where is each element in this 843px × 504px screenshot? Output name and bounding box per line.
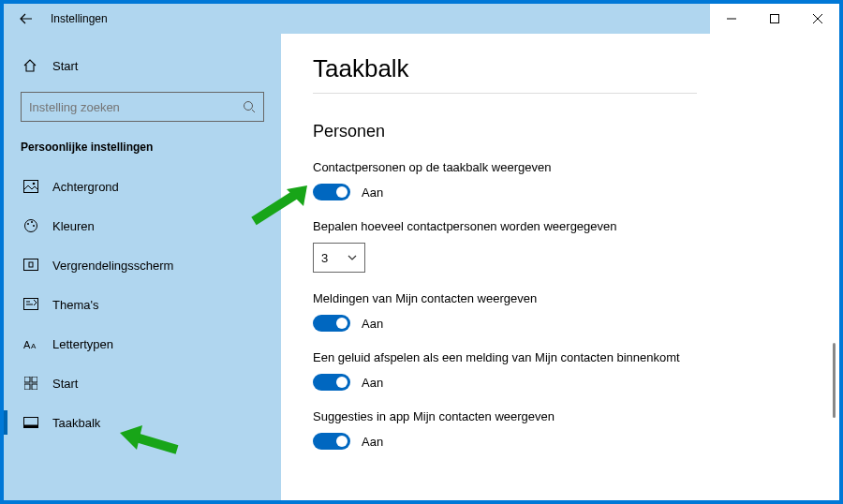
toggle-state: Aan bbox=[362, 376, 383, 390]
toggle-state: Aan bbox=[362, 317, 383, 331]
svg-point-4 bbox=[25, 220, 37, 232]
svg-rect-9 bbox=[29, 262, 33, 267]
toggle-geluid[interactable] bbox=[313, 374, 350, 391]
home-label: Start bbox=[52, 59, 78, 73]
svg-rect-8 bbox=[24, 259, 38, 271]
svg-point-5 bbox=[27, 223, 29, 225]
nav-item-lettertypen[interactable]: AA Lettertypen bbox=[4, 324, 281, 363]
home-button[interactable]: Start bbox=[4, 52, 281, 79]
chevron-down-icon bbox=[348, 255, 357, 260]
setting-label: Meldingen van Mijn contacten weergeven bbox=[313, 291, 807, 305]
svg-point-1 bbox=[244, 102, 253, 111]
settings-window: Instellingen Start Persoonlijke instelli bbox=[4, 4, 839, 500]
setting-label: Bepalen hoeveel contactpersonen worden w… bbox=[313, 219, 807, 233]
window-title: Instellingen bbox=[51, 12, 108, 25]
setting-aantal-contactpersonen: Bepalen hoeveel contactpersonen worden w… bbox=[313, 219, 807, 273]
sidebar-section-label: Persoonlijke instellingen bbox=[4, 122, 281, 167]
divider bbox=[313, 93, 697, 94]
picture-icon bbox=[22, 180, 39, 193]
setting-label: Suggesties in app Mijn contacten weergev… bbox=[313, 409, 807, 423]
setting-label: Een geluid afspelen als een melding van … bbox=[313, 350, 807, 364]
back-button[interactable] bbox=[15, 7, 37, 30]
nav-item-label: Vergrendelingsscherm bbox=[52, 259, 173, 273]
svg-rect-13 bbox=[24, 377, 30, 382]
svg-rect-0 bbox=[771, 15, 779, 23]
nav-item-label: Thema's bbox=[52, 298, 98, 312]
search-input[interactable] bbox=[29, 100, 243, 114]
lockscreen-icon bbox=[22, 259, 39, 272]
nav-item-label: Achtergrond bbox=[52, 180, 119, 194]
select-value: 3 bbox=[321, 251, 328, 265]
contactpersonen-count-select[interactable]: 3 bbox=[313, 243, 365, 273]
search-icon bbox=[243, 100, 256, 113]
close-icon bbox=[813, 14, 822, 23]
nav-item-label: Start bbox=[52, 377, 78, 391]
setting-meldingen-weergeven: Meldingen van Mijn contacten weergeven A… bbox=[313, 291, 807, 332]
main-panel: Taakbalk Personen Contactpersonen op de … bbox=[281, 34, 839, 500]
themes-icon bbox=[22, 298, 39, 311]
taskbar-icon bbox=[22, 417, 39, 428]
nav-item-taakbalk[interactable]: Taakbalk bbox=[4, 403, 281, 442]
palette-icon bbox=[22, 218, 39, 233]
home-icon bbox=[22, 58, 39, 73]
page-title: Taakbalk bbox=[313, 54, 807, 83]
nav-item-achtergrond[interactable]: Achtergrond bbox=[4, 167, 281, 206]
section-heading: Personen bbox=[313, 122, 807, 141]
maximize-icon bbox=[770, 14, 779, 23]
nav-item-label: Taakbalk bbox=[52, 416, 100, 430]
toggle-suggesties[interactable] bbox=[313, 433, 350, 450]
svg-point-7 bbox=[33, 225, 35, 227]
nav-item-vergrendelingsscherm[interactable]: Vergrendelingsscherm bbox=[4, 245, 281, 285]
toggle-state: Aan bbox=[362, 435, 383, 449]
maximize-button[interactable] bbox=[753, 4, 796, 34]
svg-point-6 bbox=[31, 221, 33, 223]
fonts-icon: AA bbox=[22, 337, 39, 350]
setting-geluid-afspelen: Een geluid afspelen als een melding van … bbox=[313, 350, 807, 391]
nav-item-label: Kleuren bbox=[52, 219, 95, 233]
scrollbar-thumb[interactable] bbox=[833, 343, 836, 418]
toggle-meldingen[interactable] bbox=[313, 315, 350, 332]
setting-suggesties-weergeven: Suggesties in app Mijn contacten weergev… bbox=[313, 409, 807, 450]
minimize-button[interactable] bbox=[710, 4, 753, 34]
close-button[interactable] bbox=[796, 4, 839, 34]
nav-item-themas[interactable]: Thema's bbox=[4, 285, 281, 324]
svg-rect-2 bbox=[24, 181, 38, 193]
setting-contactpersonen-weergeven: Contactpersonen op de taakbalk weergeven… bbox=[313, 160, 807, 200]
minimize-icon bbox=[727, 14, 736, 23]
svg-rect-18 bbox=[24, 425, 38, 428]
toggle-contactpersonen[interactable] bbox=[313, 184, 350, 200]
content-area: Start Persoonlijke instellingen Achtergr… bbox=[4, 34, 839, 500]
svg-point-3 bbox=[33, 183, 36, 185]
svg-rect-16 bbox=[32, 384, 37, 390]
nav-list: Achtergrond Kleuren Vergrendelingsscherm… bbox=[4, 167, 281, 442]
nav-item-kleuren[interactable]: Kleuren bbox=[4, 206, 281, 245]
nav-item-label: Lettertypen bbox=[52, 337, 113, 351]
titlebar: Instellingen bbox=[4, 4, 839, 34]
toggle-state: Aan bbox=[362, 185, 383, 200]
start-icon bbox=[22, 377, 39, 390]
svg-text:A: A bbox=[31, 342, 37, 350]
search-input-container[interactable] bbox=[21, 92, 264, 122]
svg-text:A: A bbox=[23, 339, 31, 350]
setting-label: Contactpersonen op de taakbalk weergeven bbox=[313, 160, 807, 174]
svg-rect-14 bbox=[32, 377, 37, 382]
svg-rect-15 bbox=[24, 384, 30, 390]
sidebar: Start Persoonlijke instellingen Achtergr… bbox=[4, 34, 281, 500]
arrow-left-icon bbox=[20, 12, 33, 25]
nav-item-start[interactable]: Start bbox=[4, 363, 281, 403]
